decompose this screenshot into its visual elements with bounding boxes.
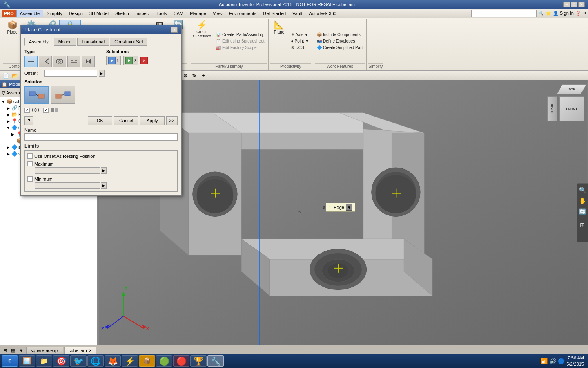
menu-assemble[interactable]: Assemble	[16, 10, 43, 17]
max-input[interactable]	[35, 167, 100, 174]
tab-tile-btn[interactable]: ▦	[10, 347, 16, 354]
menu-getstarted[interactable]: Get Started	[260, 10, 289, 17]
taskbar-target[interactable]: 🎯	[53, 355, 69, 367]
name-input[interactable]	[24, 133, 178, 141]
menu-inspect[interactable]: Inspect	[132, 10, 153, 17]
axis-btn[interactable]: ⊕ Axis ▼	[289, 31, 312, 38]
plane-btn[interactable]: 📐 Plane	[270, 20, 288, 63]
menu-environments[interactable]: Environments	[226, 10, 260, 17]
qat-open-btn[interactable]: 📂	[11, 72, 19, 79]
rt-fit-btn[interactable]: ⊞	[577, 220, 587, 229]
doc-tab-squareface[interactable]: squareface.ipt	[26, 347, 63, 354]
dialog-close-btn[interactable]: ✕	[171, 27, 178, 33]
taskbar-lightning[interactable]: ⚡	[122, 355, 138, 367]
edge-tooltip-arrow[interactable]: ▼	[346, 204, 352, 211]
checkbox-item1[interactable]: ✓	[24, 106, 40, 114]
tray-network-icon[interactable]: 📶	[541, 358, 548, 364]
taskbar-chrome[interactable]: 🌐	[87, 355, 104, 367]
search-box[interactable]	[471, 10, 537, 17]
dialog-title-bar[interactable]: Place Constraint ✕	[21, 25, 181, 34]
start-button[interactable]: ⊞	[2, 355, 18, 367]
taskbar-inventor[interactable]: 🔧	[207, 355, 224, 367]
qat-extra-btn[interactable]: ⊕	[181, 72, 189, 79]
sol2-btn[interactable]	[51, 86, 75, 104]
dialog-apply-btn[interactable]: Apply	[140, 116, 165, 125]
help-icon[interactable]: ❓	[575, 11, 581, 16]
nav-cube-container[interactable]: FRONT TOP RIGHT	[547, 84, 584, 121]
sel2-btn[interactable]: ▶ 2	[123, 56, 138, 65]
min-input[interactable]	[35, 182, 100, 189]
menu-view[interactable]: View	[209, 10, 226, 17]
search-icon[interactable]: 🔍	[538, 11, 544, 16]
menu-design[interactable]: Design	[66, 10, 86, 17]
define-envelopes-btn[interactable]: 📭 Define Envelopes	[315, 38, 365, 44]
qat-formula-btn[interactable]: fx	[190, 72, 198, 79]
menu-simplify[interactable]: Simplify	[43, 10, 66, 17]
taskbar-red[interactable]: 🔴	[173, 355, 189, 367]
min-arrow-btn[interactable]: ▶	[101, 182, 107, 189]
productivity-group-label[interactable]: Productivity	[270, 63, 312, 69]
ucs-btn[interactable]: ⊠ UCS	[289, 45, 312, 51]
taskbar-firefox[interactable]: 🦊	[105, 355, 121, 367]
favorites-icon[interactable]: ⭐	[546, 11, 551, 16]
sel1-btn[interactable]: ▶ 1	[106, 56, 121, 65]
menu-pro[interactable]: PRO	[2, 10, 16, 17]
taskbar-explorer[interactable]: 🪟	[19, 355, 35, 367]
edit-spreadsheet-btn[interactable]: 📋 Edit using Spreadsheet	[214, 38, 266, 44]
taskbar-files[interactable]: 📁	[36, 355, 52, 367]
offset-arrow-btn[interactable]: ▶	[99, 70, 105, 77]
dialog-cancel-btn[interactable]: Cancel	[114, 116, 138, 125]
tray-speaker-icon[interactable]: 🔊	[549, 358, 556, 364]
type-btn-mate[interactable]	[24, 56, 38, 67]
menu-tools[interactable]: Tools	[153, 10, 170, 17]
menu-vault[interactable]: Vault	[289, 10, 305, 17]
create-substitutes-btn[interactable]: ⚡ CreateSubstitutes	[191, 20, 214, 63]
type-btn-angle[interactable]	[39, 56, 52, 67]
sel-clear-btn[interactable]: ✕	[140, 57, 148, 64]
use-offset-chk[interactable]	[27, 153, 33, 159]
menu-sketch[interactable]: Sketch	[112, 10, 132, 17]
maximize-btn[interactable]: □	[571, 2, 577, 7]
dialog-tab-assembly[interactable]: Assembly	[24, 38, 53, 46]
include-components-btn[interactable]: 📦 Include Components	[315, 31, 365, 38]
tab-cube-close[interactable]: ✕	[89, 348, 92, 353]
doc-tab-cube[interactable]: cube.iam ✕	[64, 347, 96, 354]
sol1-btn[interactable]	[24, 86, 49, 104]
type-btn-symmetry[interactable]	[82, 56, 95, 67]
taskbar-yellow[interactable]: 📦	[139, 355, 155, 367]
tray-bluetooth-icon[interactable]: 🔵	[558, 358, 565, 364]
menu-3dmodel[interactable]: 3D Model	[86, 10, 112, 17]
tab-collapse-btn[interactable]: ▼	[18, 347, 24, 354]
place-btn[interactable]: 📦 Place	[3, 20, 21, 63]
qat-new-btn[interactable]: 📄	[2, 72, 10, 79]
max-arrow-btn[interactable]: ▶	[101, 167, 107, 174]
create-ipart-btn[interactable]: 📊 Create iPart/iAssembly	[214, 31, 266, 38]
edit-factory-btn[interactable]: 🏭 Edit Factory Scope	[214, 45, 266, 51]
ipart-group-label[interactable]: iPart/iAssembly	[191, 63, 267, 69]
rt-minus-btn[interactable]: ─	[577, 230, 587, 240]
menu-cam[interactable]: CAM	[170, 10, 187, 17]
dialog-expand-btn[interactable]: >>	[166, 116, 178, 125]
menu-manage[interactable]: Manage	[187, 10, 209, 17]
max-chk[interactable]	[27, 161, 33, 166]
tab-bar-icon[interactable]: ⊞	[2, 347, 8, 354]
point-btn[interactable]: ● Point ▼	[289, 38, 312, 44]
qat-plus-btn[interactable]: +	[199, 72, 207, 79]
rt-zoom-btn[interactable]: 🔍	[577, 185, 587, 195]
create-simplified-btn[interactable]: 🔷 Create Simplified Part	[315, 45, 365, 51]
taskbar-trophy[interactable]: 🏆	[190, 355, 207, 367]
menu-autodesk360[interactable]: Autodesk 360	[305, 10, 339, 17]
dialog-tab-constraintset[interactable]: Constraint Set	[110, 38, 147, 46]
checkbox-item2[interactable]: ✓	[43, 106, 59, 114]
min-chk[interactable]	[27, 176, 33, 182]
rt-pan-btn[interactable]: ✋	[577, 195, 587, 205]
offset-input[interactable]	[44, 70, 97, 77]
taskbar-twitter[interactable]: 🐦	[70, 355, 87, 367]
dialog-ok-btn[interactable]: OK	[88, 116, 112, 125]
rt-orbit-btn[interactable]: 🔄	[577, 206, 587, 216]
type-btn-insert[interactable]	[67, 56, 80, 67]
dialog-help-btn[interactable]: ?	[24, 116, 33, 125]
dialog-tab-transitional[interactable]: Transitional	[77, 38, 109, 46]
taskbar-green[interactable]: 🟢	[156, 355, 172, 367]
filter-icon[interactable]: ▽	[2, 90, 5, 96]
